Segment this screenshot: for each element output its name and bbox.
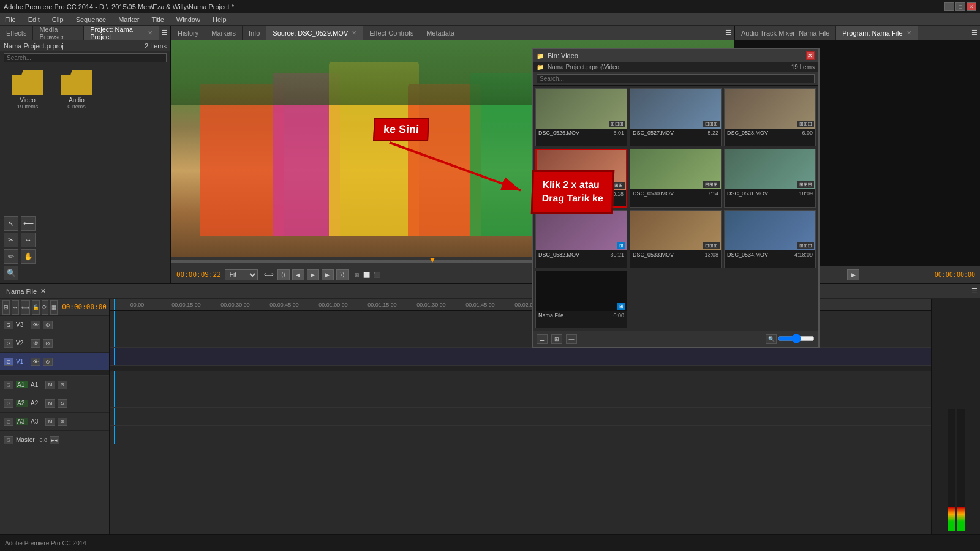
bin-zoom-btn[interactable]: 🔍 — [766, 334, 777, 344]
a2-lock-btn[interactable]: G — [4, 399, 13, 408]
tl-btn-6[interactable]: ▦ — [50, 300, 58, 315]
close-program-tab[interactable]: ✕ — [907, 29, 911, 36]
av-track-divider — [110, 366, 931, 371]
thumb-dsc0532[interactable]: ⊞ DSC_0532.MOV 30:21 — [535, 210, 627, 268]
a3-m-btn[interactable]: M — [45, 418, 55, 426]
a3-lock-btn[interactable]: G — [4, 418, 13, 426]
master-lock-btn[interactable]: G — [4, 436, 13, 444]
tab-effect-controls[interactable]: Effect Controls — [363, 26, 420, 40]
a3-s-btn[interactable]: S — [58, 418, 67, 426]
thumb-dsc0531[interactable]: ⊞⊞⊞ DSC_0531.MOV 18:09 — [724, 149, 816, 208]
prog-play-btn[interactable]: ▶ — [847, 269, 859, 280]
tab-info[interactable]: Info — [243, 26, 266, 40]
bin-audio[interactable]: Audio 0 Items — [55, 70, 98, 110]
bin-icon-view-btn[interactable]: ⊞ — [551, 334, 562, 344]
close-button[interactable]: ✕ — [967, 2, 976, 11]
insert-btn[interactable]: ⬜ — [363, 272, 370, 278]
tool-ripple[interactable]: ⟵ — [21, 216, 36, 231]
timeline-panel-menu[interactable]: ☰ — [969, 287, 980, 295]
thumb-icon-0532: ⊞ — [617, 242, 625, 249]
overwrite-btn[interactable]: ⬛ — [374, 272, 380, 278]
thumb-dsc0534[interactable]: ⊞⊞⊞ DSC_0534.MOV 4:18:09 — [724, 210, 816, 268]
tab-program[interactable]: Program: Nama File ✕ — [836, 26, 918, 40]
thumb-dsc0530[interactable]: ⊞⊞⊞ DSC_0530.MOV 7:14 — [630, 149, 722, 208]
tab-history[interactable]: History — [172, 26, 205, 40]
v3-eye-btn[interactable]: 👁 — [31, 321, 40, 329]
v2-eye-btn[interactable]: 👁 — [31, 339, 40, 348]
tab-markers[interactable]: Markers — [205, 26, 243, 40]
tab-media-browser[interactable]: Media Browser — [33, 26, 84, 40]
tl-btn-3[interactable]: ⟺ — [21, 300, 30, 315]
tab-source[interactable]: Source: DSC_0529.MOV ✕ — [266, 26, 363, 40]
a2-s-btn[interactable]: S — [58, 399, 67, 408]
tab-metadata[interactable]: Metadata — [420, 26, 461, 40]
close-bin-video-btn[interactable]: ✕ — [806, 51, 815, 60]
a1-m-btn[interactable]: M — [45, 381, 55, 389]
tool-slip[interactable]: ↔ — [21, 233, 36, 247]
tl-btn-4[interactable]: 🔒 — [32, 300, 40, 315]
step-back-btn[interactable]: ◀ — [292, 269, 304, 280]
thumb-dsc0528[interactable]: ⊞⊞⊞ DSC_0528.MOV 6:00 — [724, 88, 816, 146]
v2-sync-btn[interactable]: ⊙ — [43, 339, 53, 348]
tl-btn-2[interactable]: ↔ — [12, 300, 19, 315]
bin-list-view-btn[interactable]: ☰ — [537, 334, 548, 344]
thumb-dsc0533[interactable]: ⊞⊞⊞ DSC_0533.MOV 13:08 — [630, 210, 722, 268]
menu-help[interactable]: Help — [210, 16, 229, 23]
panel-menu-btn[interactable]: ☰ — [159, 29, 170, 37]
track-header-a3: G A3 A3 M S — [0, 413, 109, 431]
tab-effects[interactable]: Effects — [0, 26, 33, 40]
play-pause-btn[interactable]: ▶ — [307, 269, 319, 280]
audio-folder-icon — [61, 70, 92, 95]
v1-eye-btn[interactable]: 👁 — [31, 358, 40, 366]
tl-btn-1[interactable]: ⊞ — [2, 300, 10, 315]
tool-zoom[interactable]: 🔍 — [4, 266, 18, 280]
thumb-dsc0526[interactable]: ⊞⊞⊞ DSC_0526.MOV 5:01 — [535, 88, 627, 146]
bin-search-input[interactable] — [537, 74, 815, 83]
v3-lock-btn[interactable]: G — [4, 321, 13, 329]
tool-selection[interactable]: ↖ — [4, 216, 18, 231]
tab-audio-mixer[interactable]: Audio Track Mixer: Nama File — [735, 26, 836, 40]
a1-playhead — [114, 371, 115, 389]
project-search[interactable] — [4, 53, 167, 62]
playback-controls: ⟨⟨ ◀ ▶ ▶ ⟩⟩ — [277, 269, 349, 280]
thumb-dsc0527[interactable]: ⊞⊞⊞ DSC_0527.MOV 5:22 — [630, 88, 722, 146]
menu-title[interactable]: Title — [149, 16, 166, 23]
bin-metadata-view-btn[interactable]: — — [566, 334, 577, 344]
bin-video[interactable]: Video 19 Items — [6, 70, 49, 110]
menu-window[interactable]: Window — [174, 16, 203, 23]
source-panel-menu[interactable]: ☰ — [723, 29, 734, 37]
maximize-button[interactable]: □ — [956, 2, 965, 11]
tab-project[interactable]: Project: Nama Project ✕ — [84, 26, 159, 40]
bin-zoom-slider[interactable] — [778, 334, 815, 343]
a2-m-btn[interactable]: M — [45, 399, 55, 408]
goto-in-btn[interactable]: ⟨⟨ — [277, 269, 290, 280]
program-panel-menu[interactable]: ☰ — [969, 29, 980, 37]
thumb-nama-file[interactable]: ⊞ Nama File 0:00 — [535, 271, 627, 329]
thumb-icon-0526: ⊞⊞⊞ — [609, 121, 625, 127]
menu-marker[interactable]: Marker — [116, 16, 141, 23]
step-fwd-btn[interactable]: ▶ — [322, 269, 334, 280]
minimize-button[interactable]: ─ — [944, 2, 954, 11]
a1-s-btn[interactable]: S — [58, 381, 67, 389]
a1-lock-btn[interactable]: G — [4, 381, 13, 389]
menu-sequence[interactable]: Sequence — [74, 16, 109, 23]
close-source-tab[interactable]: ✕ — [352, 29, 356, 36]
menu-file[interactable]: File — [2, 16, 18, 23]
timecode-in[interactable]: 00:00:09:22 — [176, 271, 221, 279]
menu-edit[interactable]: Edit — [26, 16, 42, 23]
close-project-tab[interactable]: ✕ — [148, 29, 153, 36]
close-timeline-tab[interactable]: ✕ — [40, 287, 46, 295]
tool-hand[interactable]: ✋ — [21, 249, 36, 264]
tool-pen[interactable]: ✏ — [4, 249, 18, 264]
v2-lock-btn[interactable]: G — [4, 339, 13, 348]
master-level-btn[interactable]: ▸◂ — [50, 436, 59, 444]
v1-sync-btn[interactable]: ⊙ — [43, 358, 53, 366]
annotation-klik2x: Klik 2 x atauDrag Tarik ke — [531, 170, 615, 214]
goto-out-btn[interactable]: ⟩⟩ — [336, 269, 349, 280]
v1-lock-btn[interactable]: G — [4, 358, 13, 366]
tool-razor[interactable]: ✂ — [4, 233, 18, 247]
tl-btn-5[interactable]: ⟳ — [42, 300, 49, 315]
fit-select[interactable]: Fit 25% 50% 100% — [225, 269, 258, 280]
menu-clip[interactable]: Clip — [50, 16, 66, 23]
v3-sync-btn[interactable]: ⊙ — [43, 321, 53, 329]
